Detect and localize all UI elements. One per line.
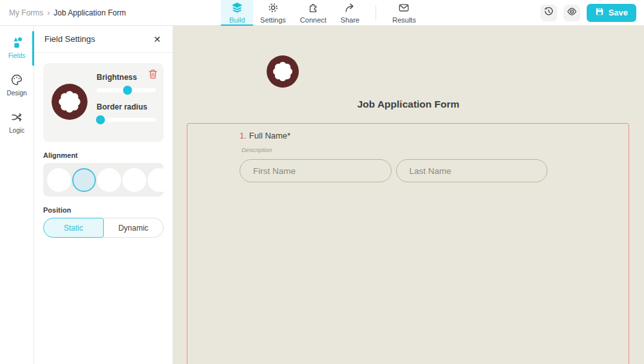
envelope-icon [399,2,410,15]
alignment-option-3[interactable] [97,168,121,192]
slider-thumb[interactable] [96,115,105,124]
field-label-row: 1.Full Name* [240,131,547,140]
brightness-label: Brightness [97,73,156,82]
tab-build[interactable]: Build [221,0,253,25]
delete-image-button[interactable] [148,69,158,81]
required-mark: * [287,131,290,140]
history-button[interactable] [540,5,557,21]
close-icon[interactable]: ✕ [152,34,162,45]
flower-logo-thumbnail[interactable] [51,83,88,120]
flower-logo[interactable] [266,55,299,88]
nav-label: Design [6,90,26,97]
tab-label: Settings [260,16,286,24]
tab-settings[interactable]: Settings [253,0,293,25]
slider-track[interactable] [97,118,156,122]
floppy-icon [595,7,604,18]
tab-share[interactable]: Share [334,0,366,25]
alignment-option-1[interactable] [47,168,71,192]
layers-icon [231,2,243,15]
tab-results[interactable]: Results [385,0,423,25]
brightness-slider[interactable] [97,86,156,95]
breadcrumb-form-name[interactable]: Job Application Form [53,8,126,17]
header-actions: Save [540,4,644,22]
border-radius-slider[interactable] [97,115,156,124]
gear-icon [267,2,279,15]
field-settings-panel: Field Settings ✕ Brightness Border radiu… [34,26,173,364]
sidebar-item-fields[interactable]: Fields [0,30,33,67]
preview-button[interactable] [564,5,580,21]
sidebar-item-design[interactable]: Design [0,67,33,104]
tab-divider [375,5,376,20]
image-sliders: Brightness Border radius [97,72,156,132]
alignment-option-5[interactable] [147,168,164,192]
main-tabs: Build Settings Connect Share Results [221,0,423,25]
position-dynamic-button[interactable]: Dynamic [104,218,164,238]
full-name-field[interactable]: 1.Full Name* Description [240,131,547,182]
slider-thumb[interactable] [123,86,132,95]
panel-content: Brightness Border radius [34,53,173,248]
tab-label: Results [392,16,416,24]
shapes-icon [10,36,23,50]
alignment-label: Alignment [43,151,164,159]
first-name-input[interactable] [240,159,392,182]
last-name-input[interactable] [396,159,548,182]
share-arrow-icon [345,2,356,15]
history-icon [544,6,554,19]
alignment-option-4[interactable] [122,168,146,192]
form-canvas: Job Application Form 1.Full Name* Descri… [173,26,644,364]
nav-label: Logic [9,127,24,134]
puzzle-icon [307,2,319,15]
sidebar-item-logic[interactable]: Logic [0,104,33,142]
tab-label: Share [341,16,359,24]
field-number: 1. [240,131,247,140]
left-nav: Fields Design Logic [0,26,34,364]
alignment-options [43,163,164,196]
name-inputs-row [240,159,547,182]
tab-connect[interactable]: Connect [293,0,334,25]
save-button[interactable]: Save [587,4,636,22]
breadcrumb-separator: › [47,8,50,17]
palette-icon [10,73,23,88]
nav-label: Fields [8,52,26,59]
position-toggle: Static Dynamic [43,218,164,238]
top-bar: My Forms › Job Application Form Build Se… [0,0,644,26]
breadcrumb-my-forms[interactable]: My Forms [9,8,43,17]
tab-label: Connect [300,16,327,24]
alignment-option-2[interactable] [72,168,96,192]
breadcrumb: My Forms › Job Application Form [0,8,126,17]
field-description: Description [242,146,547,153]
form-title[interactable]: Job Application Form [173,99,644,110]
panel-header: Field Settings ✕ [34,26,173,53]
position-static-button[interactable]: Static [43,218,104,238]
save-label: Save [609,8,628,17]
trash-icon [148,72,158,81]
field-label: Full Name [249,131,287,140]
shuffle-icon [10,111,23,125]
border-radius-label: Border radius [97,102,156,111]
tab-label: Build [229,16,245,24]
image-settings-card: Brightness Border radius [43,63,164,142]
panel-title: Field Settings [44,34,95,44]
position-label: Position [43,206,164,214]
eye-icon [567,6,577,19]
